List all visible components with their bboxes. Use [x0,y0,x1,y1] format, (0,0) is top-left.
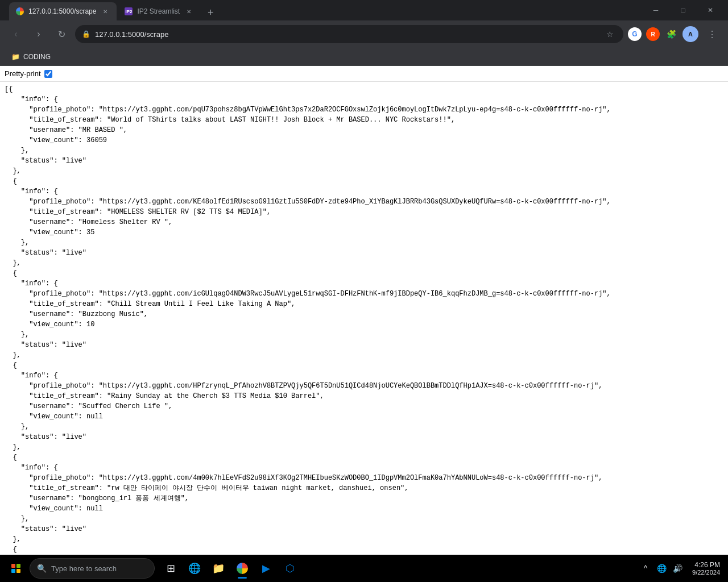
json-output: [{ "info": { "profile_photo": "https://y… [5,84,723,555]
json-content-area[interactable]: [{ "info": { "profile_photo": "https://y… [0,82,728,555]
address-bar[interactable]: 🔒 127.0.0.1:5000/scrape ☆ [75,25,623,43]
volume-icon[interactable]: 🔊 [671,562,684,575]
chrome-icon [237,563,248,574]
tab1-close[interactable]: ✕ [101,7,110,16]
network-icon[interactable]: 🌐 [655,562,668,575]
clock-time: 4:26 PM [694,561,720,569]
taskbar-search-box[interactable]: 🔍 Type here to search [30,558,155,579]
profile-avatar[interactable]: A [682,26,698,42]
taskbar-app-files[interactable]: 📁 [207,557,230,580]
taskbar-app-globe[interactable]: 🌐 [183,557,206,580]
window-controls: ─ □ ✕ [643,1,723,19]
tab2-label: IP2 Streamlist [137,7,180,15]
bookmark-star-icon[interactable]: ☆ [603,27,617,41]
start-button[interactable] [5,557,27,580]
back-button[interactable]: ‹ [7,25,25,43]
bookmarks-bar: 📁 CODING [0,48,728,66]
bookmark-coding-folder[interactable]: 📁 CODING [7,51,55,63]
tab1-favicon [16,7,24,15]
forward-button[interactable]: › [30,25,48,43]
taskbar-app-terminal[interactable]: ▶ [255,557,278,580]
pretty-print-checkbox[interactable] [44,70,52,78]
taskbar-clock[interactable]: 4:26 PM 9/22/2024 [689,560,723,577]
navbar: ‹ › ↻ 🔒 127.0.0.1:5000/scrape ☆ G R 🧩 A … [0,20,728,48]
new-tab-button[interactable]: + [202,5,218,20]
folder-icon: 📁 [11,53,20,61]
pretty-print-label: Pretty-print [5,69,41,78]
taskbar-search-placeholder: Type here to search [51,564,117,573]
address-text: 127.0.0.1:5000/scrape [95,30,598,39]
lock-icon: 🔒 [82,30,90,38]
close-button[interactable]: ✕ [697,1,723,19]
tab2-favicon: IP2 [125,7,133,15]
widgets-icon: ⊞ [167,562,175,575]
taskbar-tray-icons: ^ 🌐 🔊 [639,562,684,575]
files-icon: 📁 [212,562,225,575]
taskbar: 🔍 Type here to search ⊞ 🌐 📁 ▶ ⬡ ^ 🌐 🔊 4:… [0,555,728,582]
more-options-button[interactable]: ⋮ [703,25,721,43]
taskbar-apps: ⊞ 🌐 📁 ▶ ⬡ [159,557,301,580]
tab2-close[interactable]: ✕ [184,7,193,16]
bookmark-coding-label: CODING [23,53,51,61]
globe-icon: 🌐 [188,562,201,575]
search-icon: 🔍 [37,564,47,573]
taskbar-app-chrome[interactable] [231,557,254,580]
reddit-icon[interactable]: R [646,27,660,41]
minimize-button[interactable]: ─ [643,1,669,19]
tray-chevron-icon[interactable]: ^ [639,562,652,575]
maximize-button[interactable]: □ [670,1,696,19]
taskbar-app-vscode[interactable]: ⬡ [279,557,301,580]
taskbar-right: ^ 🌐 🔊 4:26 PM 9/22/2024 [639,560,723,577]
titlebar: 127.0.0.1:5000/scrape ✕ IP2 IP2 Streamli… [0,0,728,20]
tab-ip2[interactable]: IP2 IP2 Streamlist ✕ [118,2,200,20]
vscode-icon: ⬡ [286,562,295,575]
clock-date: 9/22/2024 [692,569,720,576]
extensions-icon[interactable]: 🧩 [664,27,678,41]
tabs-bar: 127.0.0.1:5000/scrape ✕ IP2 IP2 Streamli… [5,0,643,20]
taskbar-app-widgets[interactable]: ⊞ [159,557,182,580]
windows-logo-icon [11,564,20,573]
reload-button[interactable]: ↻ [52,25,71,43]
gemini-icon[interactable]: G [628,27,642,41]
tab1-label: 127.0.0.1:5000/scrape [28,7,96,15]
tab-active[interactable]: 127.0.0.1:5000/scrape ✕ [9,2,117,20]
pretty-print-bar: Pretty-print [0,66,728,82]
terminal-icon: ▶ [262,562,270,575]
